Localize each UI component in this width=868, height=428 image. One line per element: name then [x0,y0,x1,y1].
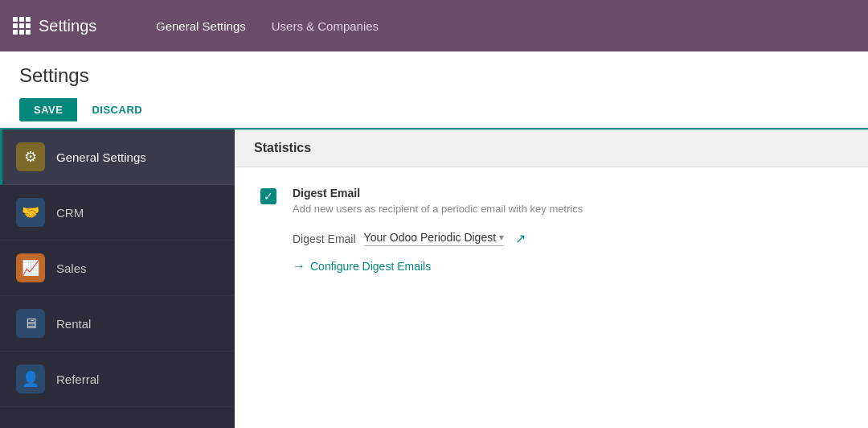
external-link-icon[interactable]: ↗︎ [515,231,526,246]
crm-icon: 🤝 [16,198,45,227]
page-wrapper: Settings SAVE DISCARD ⚙ General Settings… [0,51,868,428]
digest-email-description: Add new users as recipient of a periodic… [293,203,583,215]
sidebar: ⚙ General Settings 🤝 CRM 📈 Sales 🖥 Renta… [0,130,235,428]
sidebar-item-crm[interactable]: 🤝 CRM [0,185,235,241]
referral-icon: 👤 [16,364,45,393]
sidebar-label-rental: Rental [56,317,91,331]
sidebar-label-general-settings: General Settings [56,150,146,164]
dropdown-arrow-icon: ▾ [499,232,504,243]
rental-icon: 🖥 [16,309,45,338]
sales-icon: 📈 [16,253,45,282]
digest-email-checkbox[interactable]: ✓ [260,188,276,204]
digest-email-field-row: Digest Email Your Odoo Periodic Digest ▾… [260,231,842,246]
sidebar-item-rental[interactable]: 🖥 Rental [0,296,235,352]
sidebar-item-general-settings[interactable]: ⚙ General Settings [0,130,235,185]
page-header: Settings SAVE DISCARD [0,51,868,128]
digest-email-setting-row: ✓ Digest Email Add new users as recipien… [260,187,842,215]
digest-email-title: Digest Email [293,187,583,200]
configure-digest-link[interactable]: → Configure Digest Emails [260,259,842,274]
brand: Settings [13,17,125,35]
section-header-statistics: Statistics [235,130,868,167]
configure-link-label: Configure Digest Emails [310,260,431,273]
section-title: Statistics [254,141,311,154]
gear-icon: ⚙ [16,142,45,171]
main-area: ⚙ General Settings 🤝 CRM 📈 Sales 🖥 Renta… [0,128,868,428]
digest-email-text: Digest Email Add new users as recipient … [293,187,583,215]
sidebar-label-sales: Sales [56,261,87,275]
digest-field-value: Your Odoo Periodic Digest [364,231,496,244]
checkmark-icon: ✓ [264,191,273,202]
topbar-nav-general-settings[interactable]: General Settings [145,13,257,39]
sidebar-item-sales[interactable]: 📈 Sales [0,241,235,296]
topbar: Settings General Settings Users & Compan… [0,0,868,51]
digest-select-wrap[interactable]: Your Odoo Periodic Digest ▾ [364,231,504,246]
brand-label: Settings [39,17,96,35]
sidebar-item-referral[interactable]: 👤 Referral [0,352,235,407]
digest-field-label: Digest Email [293,233,356,245]
sidebar-label-referral: Referral [56,372,99,386]
content-area: Statistics ✓ Digest Email Add new users … [235,130,868,428]
topbar-nav-users-companies[interactable]: Users & Companies [260,13,390,39]
topbar-nav: General Settings Users & Companies [145,13,390,39]
section-body: ✓ Digest Email Add new users as recipien… [235,167,868,293]
arrow-right-icon: → [293,259,305,274]
sidebar-label-crm: CRM [56,206,84,220]
page-title: Settings [19,64,849,87]
save-button[interactable]: SAVE [19,98,77,121]
action-bar: SAVE DISCARD [19,98,849,121]
grid-icon[interactable] [13,17,31,35]
discard-button[interactable]: DISCARD [77,98,157,121]
